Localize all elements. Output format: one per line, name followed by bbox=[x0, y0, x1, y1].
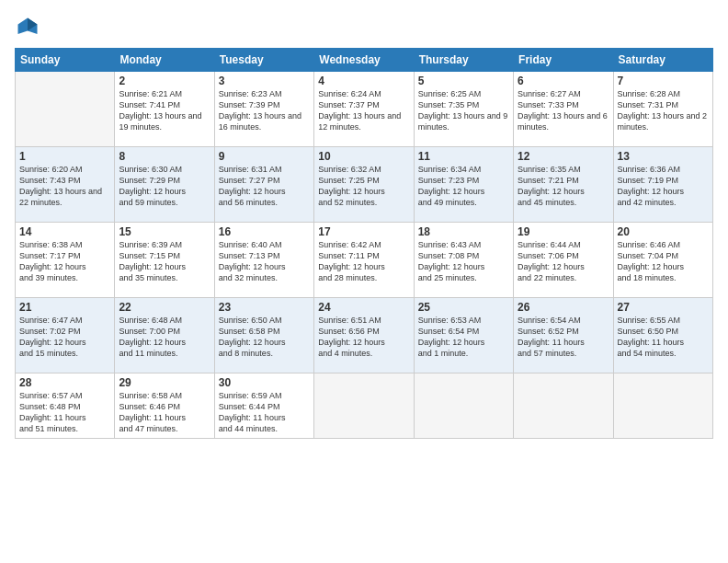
day-number: 8 bbox=[119, 150, 210, 163]
col-header-friday: Friday bbox=[514, 49, 613, 72]
day-info: Sunrise: 6:54 AM Sunset: 6:52 PM Dayligh… bbox=[518, 315, 609, 360]
day-number: 7 bbox=[618, 75, 709, 87]
day-cell: 2Sunrise: 6:21 AMSunset: 7:41 PMDaylight… bbox=[115, 72, 214, 147]
day-number: 9 bbox=[219, 150, 310, 163]
day-info: Sunrise: 6:59 AM Sunset: 6:44 PM Dayligh… bbox=[219, 390, 310, 435]
day-cell: 9Sunrise: 6:31 AM Sunset: 7:27 PM Daylig… bbox=[214, 147, 313, 223]
day-cell: 24Sunrise: 6:51 AM Sunset: 6:56 PM Dayli… bbox=[314, 298, 414, 373]
day-info: Sunrise: 6:43 AM Sunset: 7:08 PM Dayligh… bbox=[418, 239, 509, 284]
day-info: Sunrise: 6:53 AM Sunset: 6:54 PM Dayligh… bbox=[418, 315, 509, 360]
logo bbox=[15, 15, 44, 40]
day-info: Sunrise: 6:32 AM Sunset: 7:25 PM Dayligh… bbox=[318, 164, 409, 209]
day-info: Sunrise: 6:28 AMSunset: 7:31 PMDaylight:… bbox=[618, 88, 709, 133]
col-header-wednesday: Wednesday bbox=[314, 49, 414, 72]
day-number: 28 bbox=[19, 376, 110, 389]
day-cell: 19Sunrise: 6:44 AM Sunset: 7:06 PM Dayli… bbox=[514, 223, 613, 298]
day-number: 15 bbox=[119, 225, 210, 238]
day-info: Sunrise: 6:31 AM Sunset: 7:27 PM Dayligh… bbox=[219, 164, 310, 209]
day-cell: 1Sunrise: 6:20 AMSunset: 7:43 PMDaylight… bbox=[16, 147, 115, 223]
day-cell: 10Sunrise: 6:32 AM Sunset: 7:25 PM Dayli… bbox=[314, 147, 414, 223]
day-cell: 18Sunrise: 6:43 AM Sunset: 7:08 PM Dayli… bbox=[414, 223, 513, 298]
day-cell: 17Sunrise: 6:42 AM Sunset: 7:11 PM Dayli… bbox=[314, 223, 414, 298]
day-cell bbox=[16, 72, 115, 147]
day-number: 4 bbox=[318, 75, 409, 87]
col-header-thursday: Thursday bbox=[414, 49, 513, 72]
day-cell: 29Sunrise: 6:58 AM Sunset: 6:46 PM Dayli… bbox=[115, 373, 214, 439]
day-cell: 6Sunrise: 6:27 AMSunset: 7:33 PMDaylight… bbox=[514, 72, 613, 147]
day-info: Sunrise: 6:38 AM Sunset: 7:17 PM Dayligh… bbox=[19, 239, 110, 284]
day-cell: 11Sunrise: 6:34 AM Sunset: 7:23 PM Dayli… bbox=[414, 147, 513, 223]
day-number: 11 bbox=[418, 150, 509, 163]
day-info: Sunrise: 6:51 AM Sunset: 6:56 PM Dayligh… bbox=[318, 315, 409, 360]
day-number: 1 bbox=[19, 150, 110, 163]
calendar-table: SundayMondayTuesdayWednesdayThursdayFrid… bbox=[15, 48, 713, 439]
day-number: 29 bbox=[119, 376, 210, 389]
day-info: Sunrise: 6:27 AMSunset: 7:33 PMDaylight:… bbox=[518, 88, 609, 133]
day-number: 18 bbox=[418, 225, 509, 238]
day-number: 19 bbox=[518, 225, 609, 238]
day-info: Sunrise: 6:44 AM Sunset: 7:06 PM Dayligh… bbox=[518, 239, 609, 284]
day-number: 6 bbox=[518, 75, 609, 87]
day-cell: 30Sunrise: 6:59 AM Sunset: 6:44 PM Dayli… bbox=[214, 373, 313, 439]
day-number: 12 bbox=[518, 150, 609, 163]
week-row-4: 21Sunrise: 6:47 AM Sunset: 7:02 PM Dayli… bbox=[16, 298, 713, 373]
col-header-monday: Monday bbox=[115, 49, 214, 72]
day-cell bbox=[414, 373, 513, 439]
day-info: Sunrise: 6:21 AMSunset: 7:41 PMDaylight:… bbox=[119, 88, 210, 133]
day-number: 21 bbox=[19, 301, 110, 314]
day-cell: 7Sunrise: 6:28 AMSunset: 7:31 PMDaylight… bbox=[613, 72, 712, 147]
day-cell: 3Sunrise: 6:23 AMSunset: 7:39 PMDaylight… bbox=[214, 72, 313, 147]
day-cell: 14Sunrise: 6:38 AM Sunset: 7:17 PM Dayli… bbox=[16, 223, 115, 298]
day-info: Sunrise: 6:57 AM Sunset: 6:48 PM Dayligh… bbox=[19, 390, 110, 435]
col-header-sunday: Sunday bbox=[16, 49, 115, 72]
day-number: 24 bbox=[318, 301, 409, 314]
day-info: Sunrise: 6:40 AM Sunset: 7:13 PM Dayligh… bbox=[219, 239, 310, 284]
day-info: Sunrise: 6:35 AM Sunset: 7:21 PM Dayligh… bbox=[518, 164, 609, 209]
day-cell bbox=[314, 373, 414, 439]
day-number: 25 bbox=[418, 301, 509, 314]
day-info: Sunrise: 6:23 AMSunset: 7:39 PMDaylight:… bbox=[219, 88, 310, 133]
week-row-1: 2Sunrise: 6:21 AMSunset: 7:41 PMDaylight… bbox=[16, 72, 713, 147]
day-cell: 21Sunrise: 6:47 AM Sunset: 7:02 PM Dayli… bbox=[16, 298, 115, 373]
day-number: 13 bbox=[618, 150, 709, 163]
day-number: 3 bbox=[219, 75, 310, 87]
day-cell: 15Sunrise: 6:39 AM Sunset: 7:15 PM Dayli… bbox=[115, 223, 214, 298]
day-cell: 13Sunrise: 6:36 AM Sunset: 7:19 PM Dayli… bbox=[613, 147, 712, 223]
header bbox=[15, 15, 713, 40]
day-info: Sunrise: 6:58 AM Sunset: 6:46 PM Dayligh… bbox=[119, 390, 210, 435]
day-number: 26 bbox=[518, 301, 609, 314]
day-number: 10 bbox=[318, 150, 409, 163]
week-row-2: 1Sunrise: 6:20 AMSunset: 7:43 PMDaylight… bbox=[16, 147, 713, 223]
day-cell: 26Sunrise: 6:54 AM Sunset: 6:52 PM Dayli… bbox=[514, 298, 613, 373]
day-info: Sunrise: 6:48 AM Sunset: 7:00 PM Dayligh… bbox=[119, 315, 210, 360]
day-number: 22 bbox=[119, 301, 210, 314]
week-row-3: 14Sunrise: 6:38 AM Sunset: 7:17 PM Dayli… bbox=[16, 223, 713, 298]
day-number: 17 bbox=[318, 225, 409, 238]
day-number: 20 bbox=[618, 225, 709, 238]
day-cell: 20Sunrise: 6:46 AM Sunset: 7:04 PM Dayli… bbox=[613, 223, 712, 298]
day-cell: 8Sunrise: 6:30 AM Sunset: 7:29 PM Daylig… bbox=[115, 147, 214, 223]
day-cell bbox=[613, 373, 712, 439]
day-info: Sunrise: 6:30 AM Sunset: 7:29 PM Dayligh… bbox=[119, 164, 210, 209]
day-cell: 27Sunrise: 6:55 AM Sunset: 6:50 PM Dayli… bbox=[613, 298, 712, 373]
day-info: Sunrise: 6:55 AM Sunset: 6:50 PM Dayligh… bbox=[618, 315, 709, 360]
day-number: 23 bbox=[219, 301, 310, 314]
day-cell: 22Sunrise: 6:48 AM Sunset: 7:00 PM Dayli… bbox=[115, 298, 214, 373]
day-number: 30 bbox=[219, 376, 310, 389]
col-header-tuesday: Tuesday bbox=[214, 49, 313, 72]
day-cell: 25Sunrise: 6:53 AM Sunset: 6:54 PM Dayli… bbox=[414, 298, 513, 373]
day-number: 14 bbox=[19, 225, 110, 238]
day-info: Sunrise: 6:24 AMSunset: 7:37 PMDaylight:… bbox=[318, 88, 409, 133]
day-cell bbox=[514, 373, 613, 439]
col-header-saturday: Saturday bbox=[613, 49, 712, 72]
day-number: 27 bbox=[618, 301, 709, 314]
day-cell: 23Sunrise: 6:50 AM Sunset: 6:58 PM Dayli… bbox=[214, 298, 313, 373]
day-info: Sunrise: 6:39 AM Sunset: 7:15 PM Dayligh… bbox=[119, 239, 210, 284]
day-info: Sunrise: 6:20 AMSunset: 7:43 PMDaylight:… bbox=[19, 164, 110, 209]
day-info: Sunrise: 6:47 AM Sunset: 7:02 PM Dayligh… bbox=[19, 315, 110, 360]
day-cell: 28Sunrise: 6:57 AM Sunset: 6:48 PM Dayli… bbox=[16, 373, 115, 439]
header-row: SundayMondayTuesdayWednesdayThursdayFrid… bbox=[16, 49, 713, 72]
day-info: Sunrise: 6:46 AM Sunset: 7:04 PM Dayligh… bbox=[618, 239, 709, 284]
day-cell: 16Sunrise: 6:40 AM Sunset: 7:13 PM Dayli… bbox=[214, 223, 313, 298]
day-info: Sunrise: 6:42 AM Sunset: 7:11 PM Dayligh… bbox=[318, 239, 409, 284]
